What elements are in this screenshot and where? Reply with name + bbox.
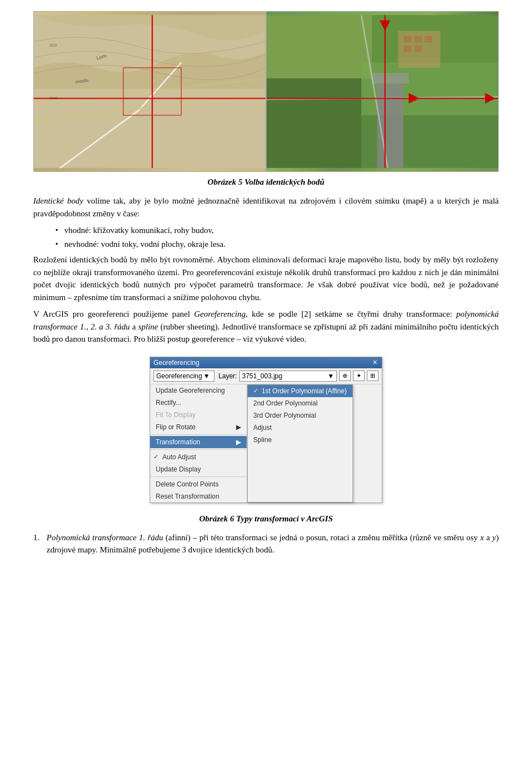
paragraph-2: Rozložení identických bodů by mělo být r… [33,253,499,303]
panel-icon-btn-3[interactable]: ⊞ [367,371,378,381]
panel-toolbar: Georeferencing ▼ Layer: 3751_003.jpg ▼ ⊕… [150,368,382,384]
panel-icon-btn-1[interactable]: ⊕ [339,371,351,381]
menu-item-update-georef[interactable]: Update Georeferencing [150,384,247,397]
svg-rect-23 [414,45,422,52]
spline-italic: spline [138,322,158,331]
figure6-caption: Obrázek 6 Typy transformací v ArcGIS [33,514,499,524]
svg-rect-18 [372,73,409,84]
layer-dropdown-arrow: ▼ [328,372,334,380]
flip-rotate-arrow: ▶ [236,423,241,431]
submenu-item-2nd-poly[interactable]: 2nd Order Polynomial [248,397,352,409]
menu-item-auto-adjust[interactable]: Auto Adjust [150,451,247,463]
panel-close-button[interactable]: ✕ [371,359,378,366]
y-italic: y [492,533,496,542]
georeferencing-panel: Georeferencing ✕ Georeferencing ▼ Layer:… [150,357,382,503]
topo-map-image: Lom mostu 310 zast. [33,11,266,172]
menu-divider-2 [150,449,247,450]
menu-item-fit-display: Fit To Display [150,409,247,421]
submenu-item-3rd-poly[interactable]: 3rd Order Polynomial [248,409,352,422]
paragraph-3: V ArcGIS pro georeferenci použijeme pane… [33,308,499,346]
bullet-item-1: vhodné: křižovatky komunikací, rohy budo… [55,224,499,237]
figure5-caption: Obrázek 5 Volba identických bodů [33,177,499,187]
num-label-1: 1. [33,531,43,556]
svg-rect-13 [267,15,372,78]
submenu-item-adjust[interactable]: Adjust [248,422,352,434]
svg-rect-22 [403,45,411,52]
menu-divider-3 [150,476,247,477]
menu-item-update-display[interactable]: Update Display [150,463,247,475]
svg-rect-20 [403,36,411,42]
numbered-item-1: 1. Polynomická transformace 1. řádu (afi… [33,531,499,556]
menu-item-delete-control[interactable]: Delete Control Points [150,478,247,490]
numbered-list: 1. Polynomická transformace 1. řádu (afi… [33,531,499,556]
panel-submenu: 1st Order Polynomial (Affine) 2nd Order … [247,384,353,503]
poly-label: Polynomická transformace 1. [47,533,145,542]
identicky-body: Identické body [33,196,83,205]
submenu-item-spline[interactable]: Spline [248,434,352,446]
georeferencing-dropdown[interactable]: Georeferencing ▼ [154,371,214,382]
numbered-text-1: Polynomická transformace 1. řádu (afinní… [47,531,499,556]
transformation-label: Transformation [156,438,200,446]
intro-text: volíme tak, aby je bylo možné jednoznačn… [33,196,499,218]
intro-paragraph: Identické body volíme tak, aby je bylo m… [33,195,499,220]
panel-title: Georeferencing [154,359,200,367]
georef-dropdown-label: Georeferencing [156,372,202,380]
aerial-map-image [266,11,499,172]
transformation-arrow: ▶ [236,438,241,446]
svg-rect-21 [414,36,422,42]
svg-rect-15 [267,78,361,168]
svg-text:310: 310 [50,43,57,48]
top-images: Lom mostu 310 zast. [33,11,499,172]
flip-rotate-label: Flip or Rotate [156,423,196,431]
menu-item-rectify[interactable]: Rectify... [150,397,247,409]
panel-menu-left: Update Georeferencing Rectify... Fit To … [150,384,247,503]
panel-icon-btn-2[interactable]: ✦ [353,371,365,381]
panel-container: Georeferencing ✕ Georeferencing ▼ Layer:… [33,357,499,503]
submenu-item-1st-poly[interactable]: 1st Order Polynomial (Affine) [248,385,352,397]
georeferencing-italic: Georeferencing [194,310,245,318]
menu-item-reset-transform[interactable]: Reset Transformation [150,490,247,503]
bullet-item-2: nevhodné: vodní toky, vodní plochy, okra… [55,238,499,251]
dropdown-arrow: ▼ [203,372,210,380]
page: Lom mostu 310 zast. [0,0,532,583]
bullet-list: vhodné: křižovatky komunikací, rohy budo… [55,224,499,250]
menu-item-transformation[interactable]: Transformation ▶ [150,436,247,448]
svg-rect-24 [424,36,432,42]
x-italic: x [480,533,484,542]
layer-label: Layer: [217,372,237,380]
menu-divider-1 [150,434,247,435]
panel-menu-area: Update Georeferencing Rectify... Fit To … [150,384,382,503]
layer-dropdown[interactable]: 3751_003.jpg ▼ [239,371,337,382]
panel-title-bar: Georeferencing ✕ [150,357,382,368]
menu-item-flip-rotate[interactable]: Flip or Rotate ▶ [150,421,247,433]
radu-italic: řádu [147,533,163,542]
layer-value: 3751_003.jpg [242,372,283,380]
poly-italic: polynomická transformace 1., 2. a 3. řád… [33,310,499,331]
